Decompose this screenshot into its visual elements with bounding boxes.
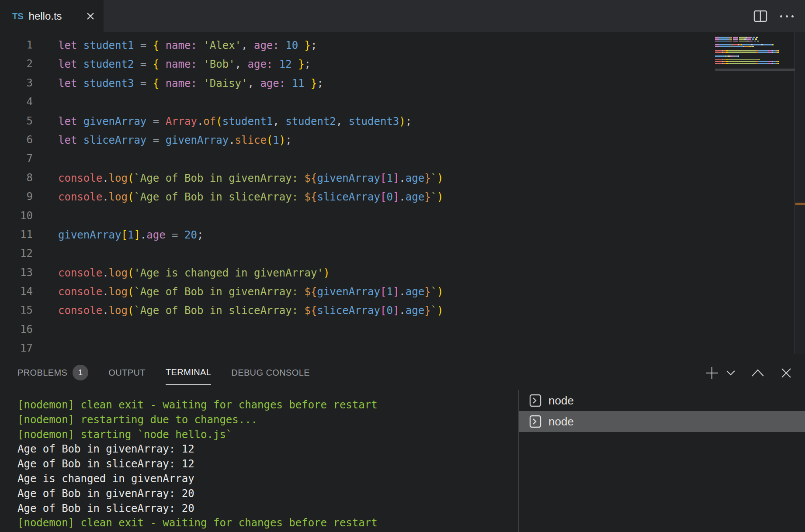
code-token: student3 xyxy=(349,115,399,128)
code-token: age: xyxy=(248,58,273,70)
tab-hello-ts[interactable]: TS hello.ts xyxy=(0,0,104,32)
code-token: log xyxy=(109,267,128,279)
code-line[interactable]: 2let student2 = { name: 'Bob', age: 12 }… xyxy=(0,55,743,73)
editor-lines: 1let student1 = { name: 'Alex', age: 10 … xyxy=(0,36,743,354)
code-token: . xyxy=(102,286,108,298)
code-token: ; xyxy=(406,115,412,128)
code-token: log xyxy=(109,304,128,317)
code-token: ( xyxy=(128,304,134,317)
tab-terminal[interactable]: TERMINAL xyxy=(166,367,211,385)
code-token: `Age of Bob in givenArray: xyxy=(134,286,304,298)
code-line[interactable]: 5let givenArray = Array.of(student1, stu… xyxy=(0,112,743,131)
line-number: 9 xyxy=(0,187,33,206)
code-token: 0 xyxy=(386,304,392,317)
code-line[interactable]: 14console.log(`Age of Bob in givenArray:… xyxy=(0,282,743,301)
code-token: 0 xyxy=(386,191,392,203)
close-panel-button[interactable] xyxy=(780,366,793,380)
code-token: let xyxy=(58,115,83,128)
code-line[interactable]: 7 xyxy=(0,149,743,168)
code-token xyxy=(197,77,203,90)
terminal-output[interactable]: [nodemon] clean exit - waiting for chang… xyxy=(17,398,516,531)
code-line[interactable]: 9console.log(`Age of Bob in sliceArray: … xyxy=(0,187,743,206)
code-text: let givenArray = Array.of(student1, stud… xyxy=(33,115,412,128)
code-token: ( xyxy=(128,267,134,279)
line-number: 4 xyxy=(0,93,33,111)
code-token: ] xyxy=(393,172,399,184)
code-token: . xyxy=(399,191,405,203)
code-token: 'Bob' xyxy=(203,58,235,70)
code-token: name: xyxy=(166,58,197,70)
code-token xyxy=(305,77,311,90)
terminal-line: Age is changed in givenArray xyxy=(17,472,516,487)
code-line[interactable]: 15console.log(`Age of Bob in sliceArray:… xyxy=(0,301,743,320)
tab-problems[interactable]: PROBLEMS 1 xyxy=(17,365,88,387)
code-token: 1 xyxy=(386,172,392,184)
code-token: [ xyxy=(380,191,386,203)
split-editor-button[interactable] xyxy=(753,9,768,24)
minimap[interactable] xyxy=(715,37,795,69)
code-line[interactable]: 1let student1 = { name: 'Alex', age: 10 … xyxy=(0,36,743,55)
code-token: console xyxy=(58,267,102,279)
code-token: ` xyxy=(431,286,437,298)
terminal-line: [nodemon] clean exit - waiting for chang… xyxy=(17,516,516,531)
terminal-profile-dropdown[interactable] xyxy=(725,369,736,377)
code-line[interactable]: 6let sliceArray = givenArray.slice(1); xyxy=(0,131,743,149)
more-actions-button[interactable] xyxy=(780,15,794,17)
code-line[interactable]: 3let student3 = { name: 'Daisy', age: 11… xyxy=(0,74,743,93)
code-token: ) xyxy=(279,134,285,146)
code-token: `Age of Bob in givenArray: xyxy=(134,172,304,184)
code-text: console.log(`Age of Bob in givenArray: $… xyxy=(33,286,444,298)
code-token: sliceArray xyxy=(83,134,147,146)
code-token: . xyxy=(140,229,146,241)
code-token: } xyxy=(311,77,317,90)
code-token: = xyxy=(134,39,153,52)
code-token: sliceArray xyxy=(317,191,380,203)
editor-scrollbar[interactable] xyxy=(795,32,805,354)
code-token: `Age of Bob in sliceArray: xyxy=(134,191,304,203)
tab-title: hello.ts xyxy=(29,10,62,22)
code-token: = xyxy=(146,134,165,146)
code-token: ${ xyxy=(305,191,317,203)
tab-close-button[interactable] xyxy=(85,11,96,21)
terminal-line: Age of Bob in givenArray: 20 xyxy=(17,487,516,501)
code-token: } xyxy=(424,191,430,203)
terminal-line: [nodemon] clean exit - waiting for chang… xyxy=(17,398,516,413)
code-line[interactable]: 8console.log(`Age of Bob in givenArray: … xyxy=(0,169,743,187)
code-token: givenArray xyxy=(317,286,380,298)
code-token: ) xyxy=(437,286,443,298)
line-number: 16 xyxy=(0,320,33,339)
terminal-entry-node-2[interactable]: node xyxy=(519,411,805,432)
code-line[interactable]: 12 xyxy=(0,244,743,263)
maximize-panel-button[interactable] xyxy=(751,368,765,378)
code-token xyxy=(197,58,203,70)
code-token: slice xyxy=(235,134,267,146)
code-line[interactable]: 13console.log('Age is changed in givenAr… xyxy=(0,263,743,282)
code-line[interactable]: 11givenArray[1].age = 20; xyxy=(0,225,743,244)
code-token: ( xyxy=(128,172,134,184)
code-token: console xyxy=(58,172,102,184)
code-line[interactable]: 4 xyxy=(0,93,743,111)
code-token: ) xyxy=(437,191,443,203)
code-token: 11 xyxy=(292,77,305,90)
code-line[interactable]: 16 xyxy=(0,320,743,339)
code-line[interactable]: 10 xyxy=(0,207,743,225)
code-token: log xyxy=(109,286,128,298)
code-token: student2 xyxy=(83,58,134,70)
code-token: ) xyxy=(399,115,405,128)
code-token: , xyxy=(273,115,285,128)
code-token: ${ xyxy=(305,172,317,184)
code-editor[interactable]: 1let student1 = { name: 'Alex', age: 10 … xyxy=(0,32,805,354)
code-token xyxy=(292,58,298,70)
tab-debug-console[interactable]: DEBUG CONSOLE xyxy=(231,368,310,385)
terminal-entry-label: node xyxy=(548,394,574,408)
code-token: . xyxy=(102,304,108,317)
code-token: student1 xyxy=(83,39,134,52)
code-text xyxy=(33,153,58,165)
code-line[interactable]: 17 xyxy=(0,339,743,354)
minimap-slider-edge[interactable] xyxy=(715,69,795,71)
terminal-entry-node-1[interactable]: node xyxy=(519,390,805,411)
tab-output[interactable]: OUTPUT xyxy=(108,368,146,385)
code-text xyxy=(33,96,58,108)
code-token: student1 xyxy=(222,115,273,128)
new-terminal-button[interactable] xyxy=(704,366,719,380)
